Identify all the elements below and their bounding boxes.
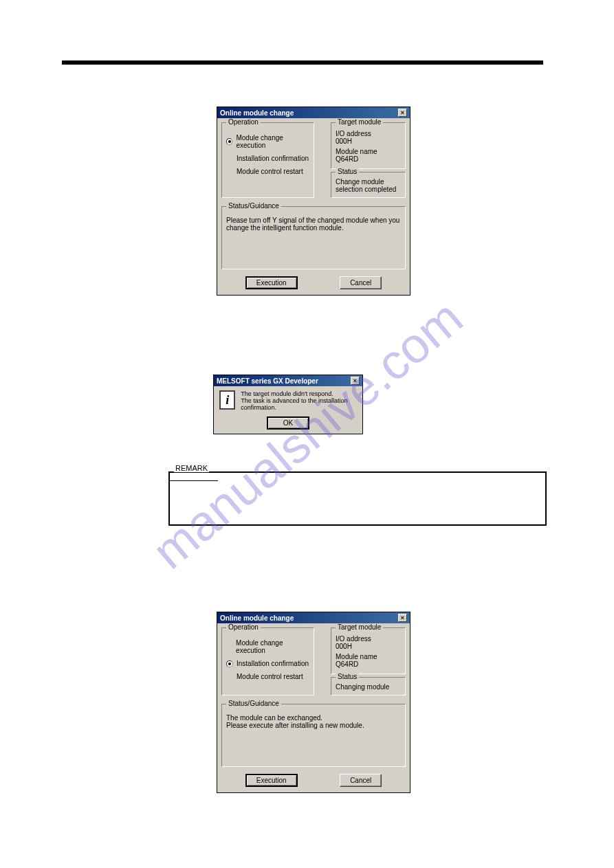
operation-legend: Operation — [226, 623, 261, 631]
module-name-label: Module name — [336, 653, 384, 660]
guidance-legend: Status/Guidance — [226, 700, 281, 707]
melsoft-message-dialog: MELSOFT series GX Developer × i The targ… — [213, 375, 363, 434]
status-text: Change module selection completed — [336, 178, 401, 193]
radio-icon — [226, 138, 232, 145]
module-name-value: Q64RD — [336, 155, 358, 163]
radio-label: Module control restart — [237, 168, 303, 175]
online-module-change-dialog-2: Online module change × Operation Module … — [217, 612, 410, 793]
target-module-legend: Target module — [336, 623, 383, 631]
radio-module-control-restart[interactable]: Module control restart — [226, 168, 309, 175]
radio-label: Module change execution — [236, 134, 309, 149]
header-rule — [62, 60, 543, 65]
io-address-label: I/O address — [336, 130, 384, 137]
guidance-legend: Status/Guidance — [226, 202, 281, 210]
info-icon: i — [219, 390, 235, 410]
module-name-value: Q64RD — [336, 660, 358, 668]
close-icon[interactable]: × — [398, 614, 407, 622]
guidance-line-2: Please execute after installing a new mo… — [226, 722, 401, 729]
io-address-value: 000H — [336, 137, 352, 145]
execution-button[interactable]: Execution — [245, 774, 298, 787]
radio-installation-confirmation[interactable]: Installation confirmation — [226, 660, 309, 667]
radio-label: Module control restart — [237, 673, 303, 680]
remark-box: REMARK — [168, 472, 547, 526]
io-address-label: I/O address — [336, 635, 384, 643]
io-address-value: 000H — [336, 643, 352, 650]
dialog-title: Online module change — [220, 109, 294, 117]
radio-label: Module change execution — [236, 639, 309, 654]
radio-label: Installation confirmation — [237, 660, 309, 667]
message-line-1: The target module didn't respond. — [241, 390, 357, 397]
dialog-title: MELSOFT series GX Developer — [217, 377, 318, 385]
title-bar: Online module change × — [217, 612, 410, 623]
ok-button[interactable]: OK — [267, 416, 309, 430]
title-bar: Online module change × — [217, 107, 410, 118]
operation-legend: Operation — [226, 118, 261, 126]
module-name-label: Module name — [336, 148, 384, 155]
guidance-line-1: The module can be exchanged. — [226, 714, 401, 722]
title-bar: MELSOFT series GX Developer × — [214, 375, 362, 386]
target-module-legend: Target module — [336, 118, 383, 126]
close-icon[interactable]: × — [398, 109, 407, 117]
dialog-title: Online module change — [220, 614, 294, 622]
radio-installation-confirmation[interactable]: Installation confirmation — [226, 155, 309, 162]
cancel-button[interactable]: Cancel — [340, 276, 382, 289]
status-text: Changing module — [336, 683, 401, 691]
radio-module-control-restart[interactable]: Module control restart — [226, 673, 309, 680]
status-legend: Status — [336, 673, 359, 680]
message-line-2: The task is advanced to the installation… — [241, 397, 357, 411]
radio-module-change-execution[interactable]: Module change execution — [226, 639, 309, 654]
guidance-text: Please turn off Y signal of the changed … — [226, 212, 401, 232]
radio-module-change-execution[interactable]: Module change execution — [226, 134, 309, 149]
radio-label: Installation confirmation — [237, 155, 309, 162]
remark-label: REMARK — [174, 464, 209, 472]
close-icon[interactable]: × — [351, 377, 360, 385]
execution-button[interactable]: Execution — [245, 276, 298, 289]
radio-icon — [226, 660, 233, 667]
cancel-button[interactable]: Cancel — [340, 774, 382, 787]
status-legend: Status — [336, 168, 359, 175]
online-module-change-dialog-1: Online module change × Operation Module … — [217, 107, 410, 296]
